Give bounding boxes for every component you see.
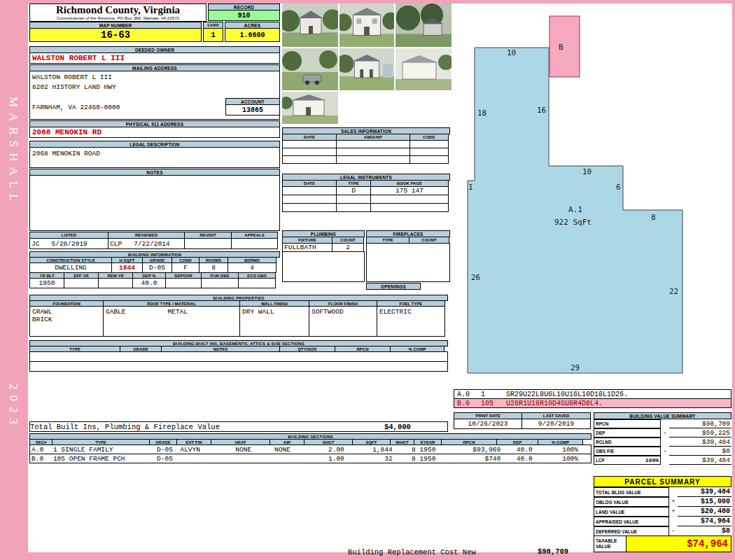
replacement-cost-label: Building Replacement Cost New [348,548,476,556]
column-header: TYPE [366,237,410,244]
vector-b-trace: U26R1U18R10D4SU8R4D8L4. [506,400,603,407]
mailing-line-1: WALSTON ROBERT L III [32,74,112,81]
column-header: TYPE [29,346,120,352]
foundation-value: CRAWL BRICK [29,306,104,337]
ps-row-bldg: TOTAL BLDG VALUE $39,484 [594,487,732,497]
legal-instruments-section: LEGAL INSTRUMENTS DATE TYPE BOOK PAGE D … [282,174,450,212]
building-section-row-a: A.0 1 SINGLE FAMILY D-05 ALVYN NONE NONE… [29,444,592,454]
card-box: CARD 1 [203,22,223,42]
bvs-value: $59,225 [669,428,732,438]
sales-cell [410,155,449,164]
account-value: 13865 [225,104,280,115]
building-b-footprint [550,16,580,77]
plumbing-section: PLUMBING FIXTURE COUNT FULLBATH 2 [282,230,365,282]
bvs-operator: - [661,447,669,456]
column-header: SHGT [304,439,353,445]
sec-type: 105 OPEN FRAME PCH [53,454,151,463]
property-photo-3[interactable] [396,4,451,47]
county-header: Richmond County, Virginia Commissioner o… [29,4,206,22]
ps-row-appraised: APPRAISED VALUE $74,964 [594,517,732,526]
sales-cell [282,155,337,164]
bvs-operator [661,419,669,428]
building-a-sqft: 922 SqFt [554,218,592,227]
property-photo-2[interactable] [340,4,394,47]
print-saved-table: PRINT DATE LAST SAVED 10/26/2023 9/20/20… [454,412,592,429]
ps-label: OBLDG VALUE [594,497,669,507]
sec-air [273,454,308,463]
building-information-section: BUILDING INFORMATION CONSTRUCTION STYLE … [29,251,280,288]
sec-whgt: 8 [396,454,420,463]
bvs-value: $98,709 [669,419,732,428]
property-photo-7[interactable] [282,92,338,124]
building-value-summary: BUILDING VALUE SUMMARY RPCN $98,709 DEP … [594,412,732,465]
ps-operator: + [669,497,678,507]
instrument-bookpage [370,203,449,212]
sec-rpcn: $93,969 [447,445,503,454]
ps-operator [669,487,678,497]
bvs-value: $0 [669,447,732,456]
sales-information-section: SALES INFORMATION DATE AMOUNT CODE [282,127,450,164]
ps-operator: + [669,507,678,517]
legal-description-value: 2068 MENOKIN ROAD [29,147,280,168]
county-title: Richmond County, Virginia [30,4,206,15]
dep-pct-value: 40.0 [132,278,166,288]
column-header: QTY/SIZE [279,346,335,352]
column-header: AIR [270,439,304,445]
built-ins-empty-row [29,351,448,362]
parcel-summary-title: PARCEL SUMMARY [594,476,732,487]
instrument-date [282,203,337,212]
sec-eyear: 1950 [420,445,448,454]
property-photo-1[interactable] [282,4,338,47]
bvs-row-obs: OBS F/E - $0 [594,447,732,456]
legal-description-section: LEGAL DESCRIPTION 2068 MENOKIN ROAD [29,141,280,168]
bedrooms-value: 4 [227,262,276,273]
fun-obs-value [201,278,239,288]
taxable-label-line1: TAXABLE [596,538,626,544]
fuel-type-value: ELECTRIC [377,306,445,337]
map-number-value: 16-63 [29,28,202,42]
eco-obs-value [238,278,276,288]
sec-rpcn: $740 [447,454,503,463]
bvs-operator [661,438,669,447]
column-header: GRADE [149,439,177,445]
taxable-label-line2: VALUE [596,544,626,550]
ps-row-obldg: OBLDG VALUE + $15,000 [594,497,732,507]
parcel-sketch: 10 B 16 18 10 6 1 8 A.1 922 SqFt 26 22 2… [454,4,732,388]
sec-sqft: 1,844 [357,445,396,454]
column-header: RPCN [441,439,497,445]
bvs-label: RCLND [596,440,612,444]
column-header: GRADE [120,346,162,352]
sec-heat: NONE [214,445,273,454]
ps-label: DEFERRED VALUE [594,526,669,536]
review-table: LISTED REVIEWED REVISIT APPEALS JC 5/28/… [29,232,280,249]
dim-step: 10 [582,167,592,176]
property-photo-5[interactable] [340,48,394,90]
rem-year-value [98,278,133,288]
sketch-vectors: A.0 1 SR29U22L8U6L10U16L10D18L1D26. B.0 … [454,389,732,408]
bvs-label: DEP [596,430,605,435]
dim-left-small: 1 [468,183,473,192]
property-record-card: MARSHALL 2023 Richmond County, Virginia … [0,0,735,560]
sec-shgt: 1.00 [308,454,357,463]
sales-cell [336,155,410,164]
column-header: SEC# [29,439,52,445]
parcel-summary: PARCEL SUMMARY TOTAL BLDG VALUE $39,484 … [594,476,732,552]
property-photo-6[interactable] [396,48,451,90]
listed-value: JC 5/28/2019 [29,238,108,249]
reviewed-value: CLP 7/22/2014 [108,238,185,249]
year-built-value: 1950 [29,278,64,288]
dim-mid-right: 16 [537,106,546,115]
fireplaces-empty-box [366,243,450,282]
bvs-operator: - [661,428,669,438]
ps-row-deferred: DEFERRED VALUE - $0 [594,526,732,536]
instrument-type [336,203,371,212]
foundation-line-2: BRICK [32,316,52,323]
property-photo-4[interactable] [282,48,338,90]
total-built-ins-label: Total Built Ins, Plumbing & Fireplace Va… [30,423,384,431]
account-box: ACCOUNT 13865 [225,98,280,115]
map-number-box: MAP NUMBER 16-63 [29,22,202,42]
building-a-label: A.1 [568,205,582,214]
plumbing-empty-box [282,251,365,282]
wall-finish-value: DRY WALL [239,306,309,337]
appeals-value [231,238,278,249]
